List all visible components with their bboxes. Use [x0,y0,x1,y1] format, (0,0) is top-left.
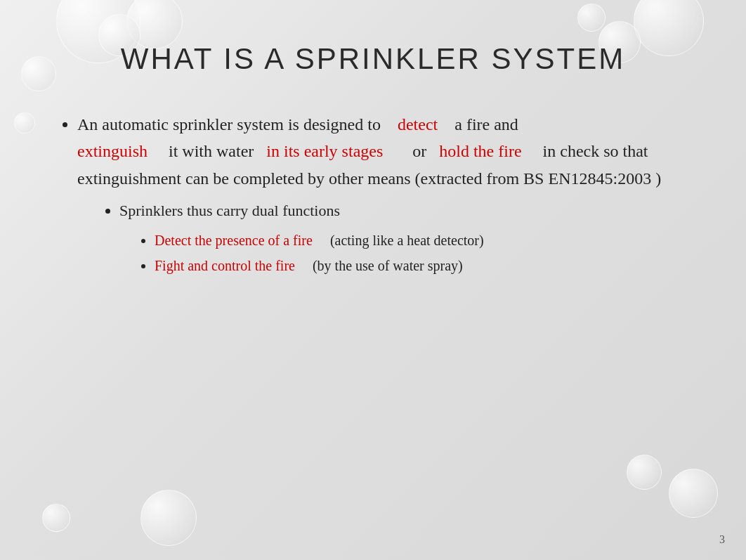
detect-presence-text: Detect the presence of a fire [155,233,313,248]
early-stages-text: in its early stages [266,142,383,160]
page-number: 3 [719,533,725,546]
hold-fire-text: hold the fire [439,142,521,160]
sub-bullet-item: Sprinklers thus carry dual functions Det… [119,197,690,278]
sub-sub-bullet-list: Detect the presence of a fire (acting li… [119,228,690,278]
main-text-or: or [412,142,426,160]
bubble-decoration [140,490,197,546]
main-bullet-list: An automatic sprinkler system is designe… [56,111,690,278]
sub-sub-bullet-item-2: Fight and control the fire (by the use o… [155,253,690,278]
sub-sub-bullet-item-1: Detect the presence of a fire (acting li… [155,228,690,253]
fight-control-note: (by the use of water spray) [313,258,463,273]
bubble-decoration [42,504,70,532]
extinguish-word: extinguish [77,142,148,160]
bubble-decoration [669,469,718,518]
main-bullet-item: An automatic sprinkler system is designe… [77,111,690,278]
main-text-middle2: it with water [169,142,254,160]
fight-control-text: Fight and control the fire [155,258,295,273]
detect-presence-note: (acting like a heat detector) [330,233,484,248]
sub-bullet-label: Sprinklers thus carry dual functions [119,202,340,219]
sub-bullet-list: Sprinklers thus carry dual functions Det… [77,197,690,278]
bubble-decoration [627,455,662,490]
slide-content: WHAT IS A SPRINKLER SYSTEM An automatic … [0,0,746,306]
main-text-middle1: a fire and [454,115,518,134]
detect-word: detect [398,115,438,134]
slide: WHAT IS A SPRINKLER SYSTEM An automatic … [0,0,746,560]
slide-title: WHAT IS A SPRINKLER SYSTEM [56,42,690,76]
main-text-prefix: An automatic sprinkler system is designe… [77,115,381,134]
